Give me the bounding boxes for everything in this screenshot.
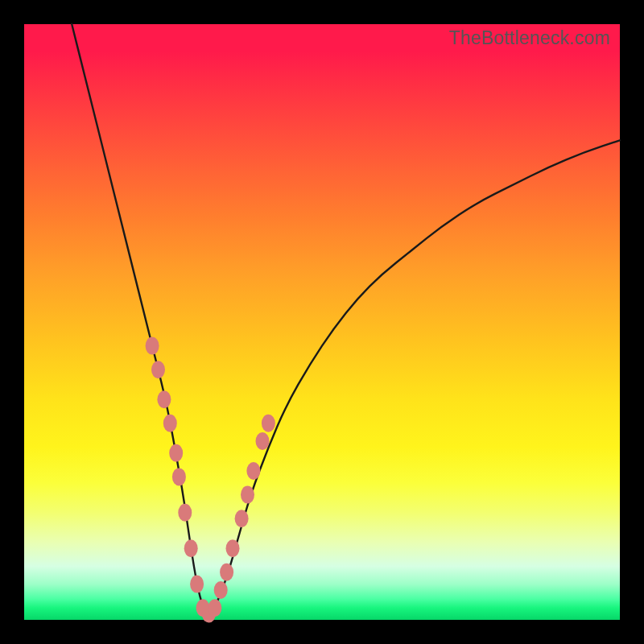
highlight-marker	[172, 468, 186, 485]
highlight-marker	[178, 504, 192, 522]
highlight-marker	[157, 390, 171, 408]
highlight-marker	[163, 415, 177, 432]
plot-area: TheBottleneck.com	[24, 24, 620, 620]
highlight-marker	[190, 576, 204, 593]
highlight-marker	[235, 510, 249, 527]
highlight-marker	[256, 432, 270, 450]
highlight-marker	[151, 361, 165, 378]
highlight-marker	[146, 337, 159, 355]
highlight-marker	[262, 415, 275, 432]
highlight-marker	[246, 462, 260, 480]
highlight-marker	[169, 444, 183, 462]
highlight-marker	[184, 539, 198, 557]
highlight-marker	[214, 581, 228, 599]
chart-svg	[24, 24, 620, 620]
bottleneck-curve	[72, 24, 620, 613]
highlight-marker	[241, 486, 254, 504]
highlight-marker	[208, 599, 221, 617]
highlight-marker	[226, 539, 240, 557]
highlight-marker	[220, 564, 233, 581]
chart-frame: TheBottleneck.com	[0, 0, 644, 644]
